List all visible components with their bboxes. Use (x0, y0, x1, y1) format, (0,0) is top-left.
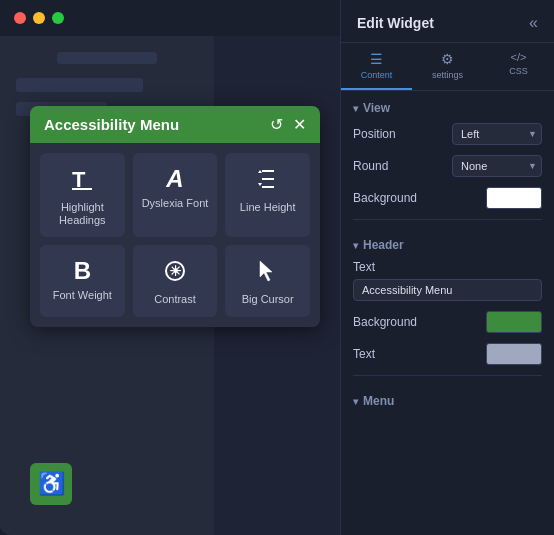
widget-item-icon-big-cursor (256, 259, 280, 287)
accessibility-widget: Accessibility Menu ↺ ✕ THighlight Headin… (30, 106, 320, 327)
widget-item-icon-line-height (256, 167, 280, 195)
widget-item-dyslexia-font[interactable]: ADyslexia Font (133, 153, 218, 237)
right-panel: Edit Widget « ☰ Content ⚙ settings </> C… (340, 0, 554, 535)
header-text-color-swatch[interactable] (486, 343, 542, 365)
widget-item-label-line-height: Line Height (240, 201, 296, 214)
widget-item-label-dyslexia-font: Dyslexia Font (142, 197, 209, 210)
widget-reset-button[interactable]: ↺ (270, 117, 283, 133)
content-icon: ☰ (370, 51, 383, 67)
widget-item-line-height[interactable]: Line Height (225, 153, 310, 237)
widget-item-icon-dyslexia-font: A (166, 167, 183, 191)
position-label: Position (353, 127, 396, 141)
svg-text:☀: ☀ (169, 263, 182, 279)
widget-item-label-big-cursor: Big Cursor (242, 293, 294, 306)
canvas-area: Accessibility Menu ↺ ✕ THighlight Headin… (0, 36, 214, 535)
header-section-label: Header (363, 238, 404, 252)
skeleton-bar-2 (16, 78, 143, 92)
widget-item-icon-highlight-headings: T (70, 167, 94, 195)
position-select[interactable]: Left Right Top Bottom (452, 123, 542, 145)
svg-rect-3 (262, 178, 274, 180)
settings-icon: ⚙ (441, 51, 454, 67)
header-text-label: Text (353, 260, 542, 274)
panel-collapse-button[interactable]: « (529, 14, 538, 32)
svg-marker-6 (258, 183, 262, 186)
header-chevron-icon: ▾ (353, 240, 358, 251)
round-select[interactable]: None Small Medium Large (452, 155, 542, 177)
svg-rect-2 (262, 170, 274, 172)
round-row: Round None Small Medium Large ▼ (353, 155, 542, 177)
view-background-label: Background (353, 191, 417, 205)
menu-section-label: Menu (363, 394, 394, 408)
header-text-input[interactable] (353, 279, 542, 301)
header-background-swatch[interactable] (486, 311, 542, 333)
skeleton-bar-1 (57, 52, 157, 64)
menu-chevron-icon: ▾ (353, 396, 358, 407)
window-chrome: Accessibility Menu ↺ ✕ THighlight Headin… (0, 0, 554, 535)
tab-css[interactable]: </> CSS (483, 43, 554, 90)
widget-body: THighlight HeadingsADyslexia FontLine He… (30, 143, 320, 327)
menu-section-header: ▾ Menu (353, 384, 542, 416)
header-text-color-row: Text (353, 343, 542, 365)
view-background-row: Background (353, 187, 542, 209)
header-text-group: Text (353, 260, 542, 301)
widget-item-font-weight[interactable]: BFont Weight (40, 245, 125, 316)
header-background-row: Background (353, 311, 542, 333)
view-background-swatch[interactable] (486, 187, 542, 209)
widget-item-label-highlight-headings: Highlight Headings (48, 201, 117, 227)
tab-content-label: Content (361, 70, 393, 80)
divider-1 (353, 219, 542, 220)
widget-item-icon-contrast: ☀ (163, 259, 187, 287)
panel-title: Edit Widget (357, 15, 434, 31)
panel-header: Edit Widget « (341, 0, 554, 43)
css-icon: </> (511, 51, 527, 63)
panel-nav: ☰ Content ⚙ settings </> CSS (341, 43, 554, 91)
view-chevron-icon: ▾ (353, 103, 358, 114)
panel-content: ▾ View Position Left Right Top Bottom ▼ … (341, 91, 554, 535)
accessibility-trigger[interactable]: ♿ (30, 463, 72, 505)
round-label: Round (353, 159, 388, 173)
header-text-color-label: Text (353, 347, 375, 361)
tab-settings[interactable]: ⚙ settings (412, 43, 483, 90)
tab-content[interactable]: ☰ Content (341, 43, 412, 90)
widget-header: Accessibility Menu ↺ ✕ (30, 106, 320, 143)
divider-2 (353, 375, 542, 376)
position-select-wrapper: Left Right Top Bottom ▼ (452, 123, 542, 145)
widget-item-highlight-headings[interactable]: THighlight Headings (40, 153, 125, 237)
svg-marker-5 (258, 170, 262, 173)
round-select-wrapper: None Small Medium Large ▼ (452, 155, 542, 177)
widget-item-label-contrast: Contrast (154, 293, 196, 306)
dot-red[interactable] (14, 12, 26, 24)
tab-css-label: CSS (509, 66, 528, 76)
position-row: Position Left Right Top Bottom ▼ (353, 123, 542, 145)
accessibility-trigger-icon: ♿ (38, 471, 65, 497)
svg-text:T: T (72, 167, 86, 191)
widget-header-actions: ↺ ✕ (270, 117, 306, 133)
view-section-header: ▾ View (353, 91, 542, 123)
svg-rect-4 (262, 186, 274, 188)
dot-yellow[interactable] (33, 12, 45, 24)
header-background-label: Background (353, 315, 417, 329)
widget-close-button[interactable]: ✕ (293, 117, 306, 133)
dot-green[interactable] (52, 12, 64, 24)
widget-item-icon-font-weight: B (74, 259, 91, 283)
tab-settings-label: settings (432, 70, 463, 80)
widget-item-big-cursor[interactable]: Big Cursor (225, 245, 310, 316)
view-section-label: View (363, 101, 390, 115)
widget-title: Accessibility Menu (44, 116, 179, 133)
header-section-header: ▾ Header (353, 228, 542, 260)
widget-item-contrast[interactable]: ☀Contrast (133, 245, 218, 316)
widget-item-label-font-weight: Font Weight (53, 289, 112, 302)
